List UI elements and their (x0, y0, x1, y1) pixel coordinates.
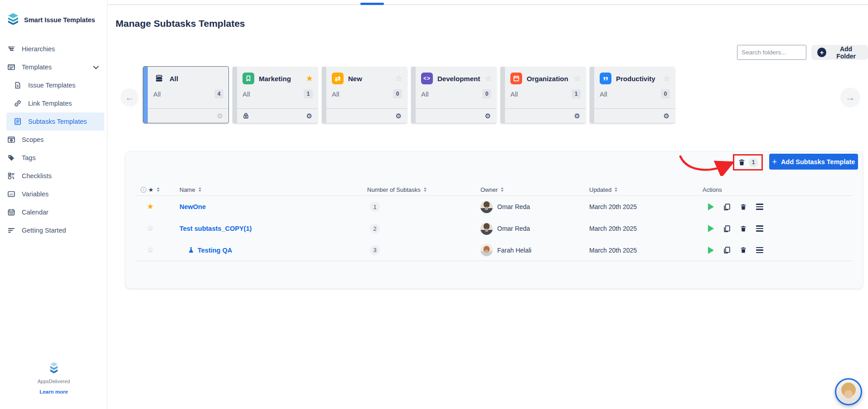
delete-button[interactable] (740, 203, 747, 211)
row-star-outline-icon[interactable]: ☆ (136, 224, 154, 233)
folder-count-badge: 0 (482, 89, 491, 98)
sidebar-item-link-templates[interactable]: Link Templates (0, 94, 107, 112)
folder-count-badge: 1 (304, 89, 313, 98)
folder-card-productivity[interactable]: ” Productivity ☆ All 0 ⚙ (590, 67, 675, 123)
sidebar-item-checklists[interactable]: Checklists (0, 167, 107, 185)
gear-icon[interactable]: ⚙ (217, 112, 223, 119)
table-header-row: i ★ Name Number of Subtasks Owner Update… (136, 184, 852, 196)
sidebar-item-getting-started[interactable]: Getting Started (0, 221, 107, 239)
gear-icon[interactable]: ⚙ (485, 112, 491, 119)
subtasks-count-badge: 2 (370, 224, 380, 234)
updated-date: March 20th 2025 (589, 225, 703, 232)
sidebar-item-scopes[interactable]: Scopes (0, 131, 107, 149)
folder-count-badge: 0 (393, 89, 402, 98)
header-number-of-subtasks[interactable]: Number of Subtasks (367, 186, 480, 193)
gear-icon[interactable]: ⚙ (396, 112, 402, 119)
gear-icon[interactable]: ⚙ (664, 112, 669, 119)
menu-button[interactable] (756, 247, 763, 253)
star-outline-icon[interactable]: ☆ (395, 74, 402, 83)
carousel-left-arrow[interactable]: ← (121, 88, 139, 107)
getting-started-icon (7, 226, 15, 234)
star-outline-icon[interactable]: ☆ (663, 74, 670, 83)
annotation-highlight-box: 1 (733, 154, 763, 170)
sort-icon[interactable] (424, 187, 427, 192)
row-star-filled-icon[interactable]: ★ (136, 202, 154, 211)
star-header-icon[interactable]: ★ (148, 186, 154, 193)
template-link[interactable]: Testing QA (198, 247, 232, 254)
plus-circle-icon: + (817, 48, 826, 57)
info-icon[interactable]: i (141, 187, 146, 193)
flask-icon (188, 246, 194, 254)
top-divider (107, 5, 868, 5)
copy-button[interactable] (723, 246, 731, 254)
sort-icon[interactable] (157, 187, 160, 192)
header-owner[interactable]: Owner (480, 186, 589, 193)
run-button[interactable] (708, 247, 714, 254)
star-outline-icon[interactable]: ☆ (574, 74, 581, 83)
sidebar-item-templates[interactable]: Templates (0, 58, 107, 76)
sort-icon[interactable] (199, 187, 201, 192)
folder-card-marketing[interactable]: Marketing ★ All 1 ⚙ (233, 67, 318, 123)
copy-button[interactable] (723, 225, 731, 233)
folder-card-development[interactable]: <> Development ☆ All 0 ⚙ (411, 67, 496, 123)
run-button[interactable] (708, 225, 714, 232)
sidebar-item-variables[interactable]: (x) Variables (0, 185, 107, 203)
star-outline-icon[interactable]: ☆ (485, 74, 492, 83)
chat-widget-button[interactable] (835, 378, 862, 405)
gear-icon[interactable]: ⚙ (306, 112, 312, 119)
sidebar-item-tags[interactable]: Tags (0, 149, 107, 167)
svg-text:(x): (x) (10, 192, 14, 196)
chevron-down-icon[interactable] (93, 63, 99, 69)
avatar (480, 244, 493, 256)
folder-name: Development (437, 75, 480, 83)
menu-button[interactable] (756, 225, 763, 232)
carousel-right-arrow[interactable]: → (840, 88, 860, 107)
play-icon (708, 203, 714, 210)
add-folder-button[interactable]: + Add Folder (811, 45, 868, 60)
templates-icon (7, 63, 15, 71)
header-updated[interactable]: Updated (589, 186, 703, 193)
sort-icon[interactable] (615, 187, 617, 192)
sidebar-nav: Hierarchies Templates Issue Templates Li (0, 40, 107, 239)
calendar-icon (7, 208, 15, 216)
bulk-delete-trash-button[interactable] (738, 158, 746, 166)
delete-button[interactable] (740, 225, 747, 233)
play-icon (708, 225, 714, 232)
header-select-column[interactable]: i ★ (136, 186, 179, 193)
app-title: Smart Issue Templates (24, 16, 95, 24)
add-subtasks-template-button[interactable]: + Add Subtasks Template (769, 154, 858, 170)
menu-button[interactable] (756, 204, 763, 210)
run-button[interactable] (708, 203, 714, 210)
sidebar-item-hierarchies[interactable]: Hierarchies (0, 40, 107, 58)
issue-templates-icon (14, 81, 22, 89)
header-name[interactable]: Name (179, 186, 367, 193)
learn-more-link[interactable]: Learn more (0, 389, 107, 394)
folder-card-organization[interactable]: Organization ☆ All 1 ⚙ (500, 67, 586, 123)
top-scroll-indicator[interactable] (360, 3, 384, 5)
folder-name: Organization (527, 75, 569, 83)
scopes-icon (7, 136, 15, 144)
owner-name: Farah Helali (497, 247, 531, 254)
copy-button[interactable] (723, 203, 731, 211)
template-link[interactable]: Test subtasts_COPY(1) (179, 225, 252, 232)
template-link[interactable]: NewOne (179, 203, 206, 210)
sidebar-item-issue-templates[interactable]: Issue Templates (0, 76, 107, 94)
table-row: ☆ Testing QA 3 Farah Helali March 20th 2… (136, 239, 852, 261)
row-star-outline-icon[interactable]: ☆ (136, 246, 154, 254)
link-templates-icon (14, 99, 22, 107)
folder-card-new[interactable]: ⇄ New ☆ All 0 ⚙ (322, 67, 407, 123)
delete-button[interactable] (740, 246, 747, 254)
calendar-icon (510, 73, 522, 84)
sidebar: Smart Issue Templates Hierarchies Templa… (0, 0, 107, 409)
folder-card-all[interactable]: All All 4 ⚙ (143, 67, 228, 123)
star-filled-icon[interactable]: ★ (306, 74, 313, 83)
stack-icon (153, 73, 165, 84)
sidebar-item-subtasks-templates[interactable]: Subtasks Templates (6, 112, 104, 131)
owner-name: Omar Reda (497, 225, 530, 232)
sort-icon[interactable] (501, 187, 504, 192)
search-folders-input[interactable] (737, 45, 806, 60)
sidebar-item-calendar[interactable]: Calendar (0, 203, 107, 221)
app-logo: Smart Issue Templates (6, 13, 95, 27)
selected-strip (143, 67, 148, 123)
gear-icon[interactable]: ⚙ (574, 112, 580, 119)
